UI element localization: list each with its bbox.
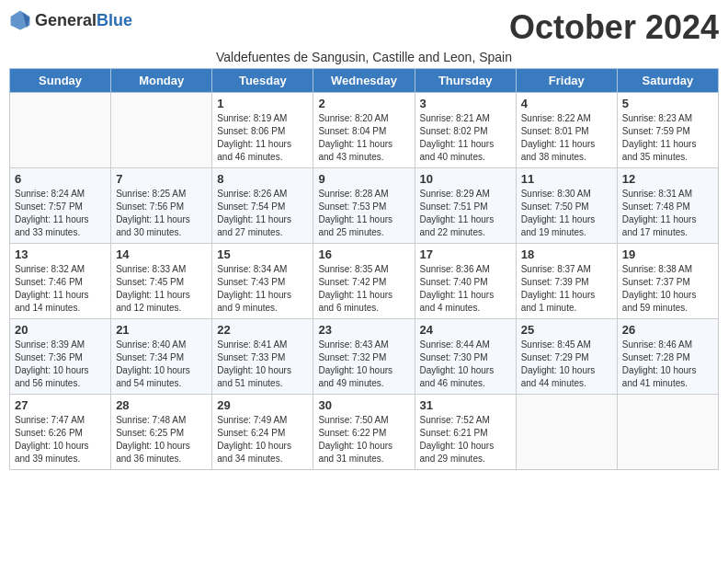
header-sunday: Sunday	[10, 68, 111, 92]
day-info: Sunrise: 8:30 AM Sunset: 7:50 PM Dayligh…	[521, 188, 612, 239]
day-info: Sunrise: 8:39 AM Sunset: 7:36 PM Dayligh…	[15, 339, 106, 390]
table-cell: 27Sunrise: 7:47 AM Sunset: 6:26 PM Dayli…	[10, 394, 111, 469]
table-cell: 25Sunrise: 8:45 AM Sunset: 7:29 PM Dayli…	[516, 318, 617, 394]
logo-text: GeneralBlue	[35, 11, 132, 30]
calendar: Sunday Monday Tuesday Wednesday Thursday…	[9, 68, 719, 470]
table-cell: 7Sunrise: 8:25 AM Sunset: 7:56 PM Daylig…	[111, 167, 212, 243]
table-cell: 28Sunrise: 7:48 AM Sunset: 6:25 PM Dayli…	[111, 394, 212, 469]
day-info: Sunrise: 8:26 AM Sunset: 7:54 PM Dayligh…	[217, 188, 308, 239]
week-row-0: 1Sunrise: 8:19 AM Sunset: 8:06 PM Daylig…	[10, 92, 719, 167]
day-info: Sunrise: 7:52 AM Sunset: 6:21 PM Dayligh…	[420, 414, 511, 465]
day-info: Sunrise: 7:47 AM Sunset: 6:26 PM Dayligh…	[15, 414, 106, 465]
logo-blue: Blue	[97, 11, 132, 29]
day-info: Sunrise: 8:25 AM Sunset: 7:56 PM Dayligh…	[116, 188, 207, 239]
day-number: 31	[420, 398, 511, 412]
table-cell: 13Sunrise: 8:32 AM Sunset: 7:46 PM Dayli…	[10, 243, 111, 318]
day-number: 10	[420, 172, 511, 186]
day-info: Sunrise: 8:32 AM Sunset: 7:46 PM Dayligh…	[15, 263, 106, 315]
day-number: 29	[217, 398, 308, 412]
day-number: 3	[420, 97, 511, 110]
day-info: Sunrise: 8:35 AM Sunset: 7:42 PM Dayligh…	[318, 263, 409, 315]
day-number: 19	[622, 247, 713, 261]
day-number: 15	[217, 247, 308, 261]
day-number: 8	[217, 172, 308, 186]
header: GeneralBlue October 2024	[9, 9, 719, 46]
title-area: October 2024	[509, 9, 719, 46]
day-info: Sunrise: 8:29 AM Sunset: 7:51 PM Dayligh…	[420, 188, 511, 239]
table-cell: 26Sunrise: 8:46 AM Sunset: 7:28 PM Dayli…	[617, 318, 718, 394]
table-cell	[516, 394, 617, 469]
table-cell: 23Sunrise: 8:43 AM Sunset: 7:32 PM Dayli…	[313, 318, 415, 394]
day-info: Sunrise: 8:21 AM Sunset: 8:02 PM Dayligh…	[420, 112, 511, 164]
table-cell: 19Sunrise: 8:38 AM Sunset: 7:37 PM Dayli…	[617, 243, 718, 318]
logo-general: General	[35, 11, 97, 29]
day-info: Sunrise: 7:50 AM Sunset: 6:22 PM Dayligh…	[318, 414, 409, 465]
day-info: Sunrise: 8:38 AM Sunset: 7:37 PM Dayligh…	[622, 263, 713, 315]
day-number: 18	[521, 247, 612, 261]
table-cell: 20Sunrise: 8:39 AM Sunset: 7:36 PM Dayli…	[10, 318, 111, 394]
day-info: Sunrise: 7:48 AM Sunset: 6:25 PM Dayligh…	[116, 414, 207, 465]
day-info: Sunrise: 8:43 AM Sunset: 7:32 PM Dayligh…	[318, 339, 409, 390]
header-thursday: Thursday	[415, 68, 516, 92]
table-cell: 29Sunrise: 7:49 AM Sunset: 6:24 PM Dayli…	[212, 394, 313, 469]
day-info: Sunrise: 8:22 AM Sunset: 8:01 PM Dayligh…	[521, 112, 612, 164]
table-cell: 22Sunrise: 8:41 AM Sunset: 7:33 PM Dayli…	[212, 318, 313, 394]
table-cell: 10Sunrise: 8:29 AM Sunset: 7:51 PM Dayli…	[415, 167, 516, 243]
day-number: 16	[318, 247, 409, 261]
week-row-1: 6Sunrise: 8:24 AM Sunset: 7:57 PM Daylig…	[10, 167, 719, 243]
table-cell: 18Sunrise: 8:37 AM Sunset: 7:39 PM Dayli…	[516, 243, 617, 318]
table-cell: 12Sunrise: 8:31 AM Sunset: 7:48 PM Dayli…	[617, 167, 718, 243]
day-info: Sunrise: 8:36 AM Sunset: 7:40 PM Dayligh…	[420, 263, 511, 315]
day-number: 1	[217, 97, 308, 110]
day-info: Sunrise: 8:20 AM Sunset: 8:04 PM Dayligh…	[318, 112, 409, 164]
day-number: 9	[318, 172, 409, 186]
header-wednesday: Wednesday	[313, 68, 415, 92]
table-cell: 21Sunrise: 8:40 AM Sunset: 7:34 PM Dayli…	[111, 318, 212, 394]
day-number: 23	[318, 323, 409, 337]
day-number: 25	[521, 323, 612, 337]
day-info: Sunrise: 8:41 AM Sunset: 7:33 PM Dayligh…	[217, 339, 308, 390]
week-row-2: 13Sunrise: 8:32 AM Sunset: 7:46 PM Dayli…	[10, 243, 719, 318]
day-number: 26	[622, 323, 713, 337]
calendar-header-row: Sunday Monday Tuesday Wednesday Thursday…	[10, 68, 719, 92]
day-info: Sunrise: 8:44 AM Sunset: 7:30 PM Dayligh…	[420, 339, 511, 390]
header-monday: Monday	[111, 68, 212, 92]
day-info: Sunrise: 8:31 AM Sunset: 7:48 PM Dayligh…	[622, 188, 713, 239]
day-info: Sunrise: 8:34 AM Sunset: 7:43 PM Dayligh…	[217, 263, 308, 315]
table-cell: 16Sunrise: 8:35 AM Sunset: 7:42 PM Dayli…	[313, 243, 415, 318]
logo-icon	[9, 9, 31, 31]
table-cell: 6Sunrise: 8:24 AM Sunset: 7:57 PM Daylig…	[10, 167, 111, 243]
table-cell	[10, 92, 111, 167]
table-cell: 8Sunrise: 8:26 AM Sunset: 7:54 PM Daylig…	[212, 167, 313, 243]
day-info: Sunrise: 8:28 AM Sunset: 7:53 PM Dayligh…	[318, 188, 409, 239]
day-number: 12	[622, 172, 713, 186]
table-cell: 1Sunrise: 8:19 AM Sunset: 8:06 PM Daylig…	[212, 92, 313, 167]
day-info: Sunrise: 8:19 AM Sunset: 8:06 PM Dayligh…	[217, 112, 308, 164]
table-cell: 5Sunrise: 8:23 AM Sunset: 7:59 PM Daylig…	[617, 92, 718, 167]
table-cell	[111, 92, 212, 167]
table-cell: 17Sunrise: 8:36 AM Sunset: 7:40 PM Dayli…	[415, 243, 516, 318]
table-cell: 24Sunrise: 8:44 AM Sunset: 7:30 PM Dayli…	[415, 318, 516, 394]
day-number: 4	[521, 97, 612, 110]
day-number: 22	[217, 323, 308, 337]
table-cell: 3Sunrise: 8:21 AM Sunset: 8:02 PM Daylig…	[415, 92, 516, 167]
week-row-4: 27Sunrise: 7:47 AM Sunset: 6:26 PM Dayli…	[10, 394, 719, 469]
table-cell: 30Sunrise: 7:50 AM Sunset: 6:22 PM Dayli…	[313, 394, 415, 469]
day-info: Sunrise: 8:40 AM Sunset: 7:34 PM Dayligh…	[116, 339, 207, 390]
table-cell: 4Sunrise: 8:22 AM Sunset: 8:01 PM Daylig…	[516, 92, 617, 167]
day-number: 11	[521, 172, 612, 186]
day-info: Sunrise: 7:49 AM Sunset: 6:24 PM Dayligh…	[217, 414, 308, 465]
header-saturday: Saturday	[617, 68, 718, 92]
day-number: 6	[15, 172, 106, 186]
table-cell: 9Sunrise: 8:28 AM Sunset: 7:53 PM Daylig…	[313, 167, 415, 243]
day-number: 20	[15, 323, 106, 337]
day-number: 7	[116, 172, 207, 186]
table-cell: 31Sunrise: 7:52 AM Sunset: 6:21 PM Dayli…	[415, 394, 516, 469]
day-number: 5	[622, 97, 713, 110]
table-cell	[617, 394, 718, 469]
week-row-3: 20Sunrise: 8:39 AM Sunset: 7:36 PM Dayli…	[10, 318, 719, 394]
subtitle: Valdefuentes de Sangusin, Castille and L…	[9, 50, 719, 64]
day-number: 28	[116, 398, 207, 412]
table-cell: 11Sunrise: 8:30 AM Sunset: 7:50 PM Dayli…	[516, 167, 617, 243]
month-title: October 2024	[509, 9, 719, 46]
